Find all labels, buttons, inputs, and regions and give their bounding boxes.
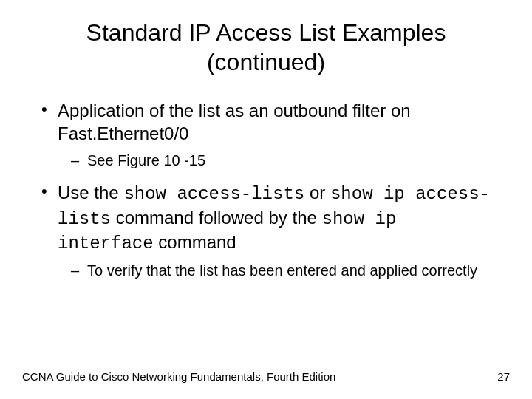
bullet-2-sublist: To verify that the list has been entered… bbox=[58, 261, 495, 281]
footer-text: CCNA Guide to Cisco Networking Fundament… bbox=[22, 370, 335, 383]
bullet-2-mid-2: command followed by the bbox=[111, 208, 321, 228]
page-title: Standard IP Access List Examples (contin… bbox=[59, 18, 473, 77]
bullet-2-code-1: show access-lists bbox=[123, 184, 304, 204]
bullet-1-sub-1: See Figure 10 -15 bbox=[58, 151, 495, 171]
bullet-list: Application of the list as an outbound f… bbox=[37, 99, 495, 281]
bullet-2-post: command bbox=[154, 232, 236, 252]
bullet-2-mid-1: or bbox=[304, 183, 330, 202]
bullet-2: Use the show access-lists or show ip acc… bbox=[37, 181, 495, 281]
footer: CCNA Guide to Cisco Networking Fundament… bbox=[22, 370, 510, 383]
page-number: 27 bbox=[497, 370, 510, 383]
bullet-1: Application of the list as an outbound f… bbox=[37, 99, 495, 171]
bullet-1-text: Application of the list as an outbound f… bbox=[58, 100, 411, 143]
slide: Standard IP Access List Examples (contin… bbox=[0, 0, 532, 399]
bullet-2-sub-1: To verify that the list has been entered… bbox=[58, 261, 495, 281]
bullet-2-pre: Use the bbox=[58, 183, 123, 202]
bullet-1-sublist: See Figure 10 -15 bbox=[58, 151, 495, 171]
